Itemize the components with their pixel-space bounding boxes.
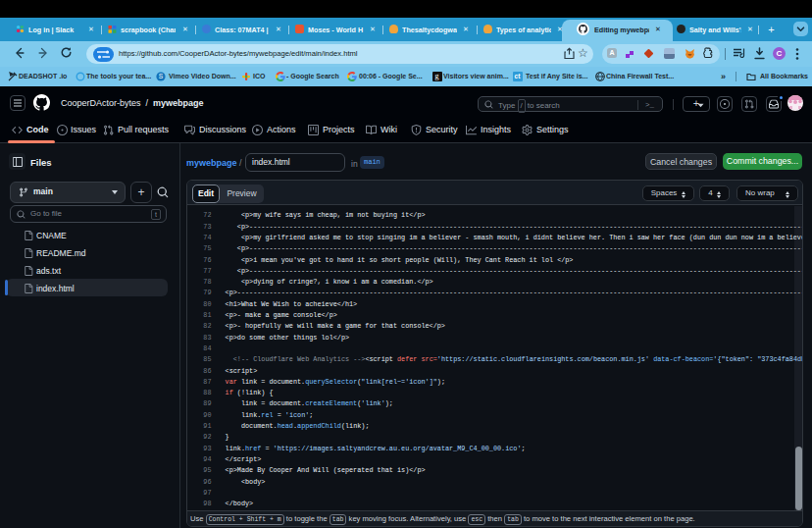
svg-text:S: S — [159, 73, 164, 79]
